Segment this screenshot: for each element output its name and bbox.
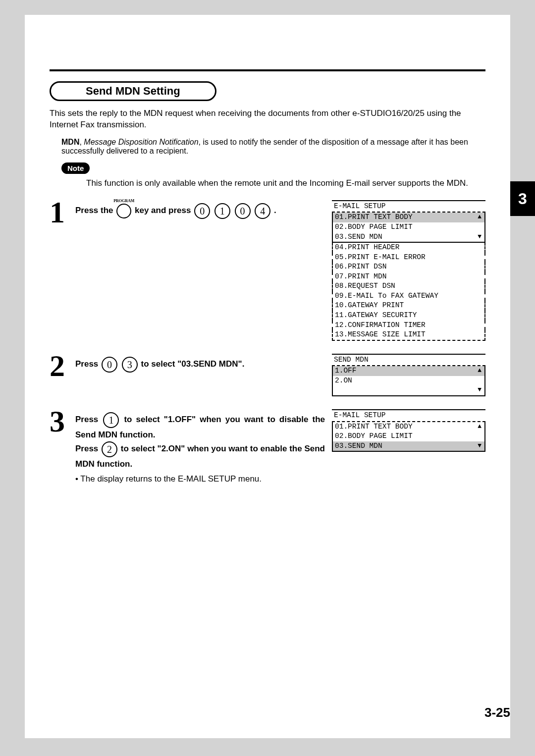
text-fragment: Press the (75, 206, 115, 215)
up-arrow-icon: ▲ (478, 213, 482, 221)
page-number: 3-25 (484, 705, 510, 720)
step-note: • The display returns to the E-MAIL SETU… (75, 474, 325, 485)
lcd-row: ▼ (332, 385, 485, 396)
step-2: 2 Press 0 3 to select "03.SEND MDN". SEN… (50, 354, 485, 396)
lcd-row: 11.GATEWAY SECURITY (332, 311, 485, 321)
lcd-row: 03.SEND MDN▼ (332, 232, 485, 243)
step-number: 1 (50, 200, 75, 225)
lcd-row: 03.SEND MDN▼ (332, 441, 485, 452)
lcd-row: 07.PRINT MDN (332, 272, 485, 282)
digit-key-icon: 0 (235, 203, 251, 219)
digit-key-icon: 1 (103, 412, 119, 428)
text-fragment: to select "03.SEND MDN". (141, 359, 245, 369)
step-body: Press 0 3 to select "03.SEND MDN". (75, 354, 325, 373)
step-1: 1 Press the PROGRAM key and press 0 1 0 … (50, 200, 485, 341)
digit-key-icon: 3 (122, 357, 138, 373)
digit-key-icon: 4 (255, 203, 270, 219)
lcd-screen: E-MAIL SETUP 01.PRINT TEXT BODY▲ 02.BODY… (332, 200, 485, 341)
text-fragment: Press (75, 415, 102, 424)
mdn-term: MDN (61, 138, 79, 146)
lcd-display: E-MAIL SETUP 01.PRINT TEXT BODY▲ 02.BODY… (332, 409, 485, 452)
step-instruction: Press the PROGRAM key and press 0 1 0 4 … (75, 203, 325, 219)
lcd-title: E-MAIL SETUP (332, 201, 485, 213)
up-arrow-icon: ▲ (478, 366, 482, 375)
step-3: 3 Press 1 to select "1.OFF" when you wan… (50, 409, 485, 485)
step-number: 2 (50, 354, 75, 378)
program-key-icon: PROGRAM (116, 204, 131, 218)
lcd-row: 01.PRINT TEXT BODY▲ (332, 422, 485, 432)
lcd-screen: E-MAIL SETUP 01.PRINT TEXT BODY▲ 02.BODY… (332, 409, 485, 452)
lcd-title: E-MAIL SETUP (332, 410, 485, 422)
manual-page: 3 Send MDN Setting This sets the reply t… (25, 15, 510, 738)
text-fragment: . (274, 206, 276, 215)
program-key-label: PROGRAM (113, 198, 134, 205)
lcd-row: 05.PRINT E-MAIL ERROR (332, 253, 485, 263)
digit-key-icon: 0 (194, 203, 210, 219)
note-badge: Note (61, 162, 90, 174)
lcd-title: SEND MDN (332, 355, 485, 367)
lcd-row: 09.E-MAIL To FAX GATEWAY (332, 291, 485, 301)
lcd-row: 04.PRINT HEADER (332, 243, 485, 253)
down-arrow-icon: ▼ (478, 385, 482, 394)
lcd-screen: SEND MDN 1.OFF▲ 2.ON ▼ (332, 354, 485, 396)
down-arrow-icon: ▼ (478, 441, 482, 450)
digit-key-icon: 2 (102, 441, 117, 457)
step-body: Press 1 to select "1.OFF" when you want … (75, 409, 325, 485)
step-instruction: Press 2 to select "2.ON" when you want t… (75, 441, 325, 471)
down-arrow-icon: ▼ (478, 232, 482, 241)
chapter-tab: 3 (510, 181, 535, 216)
note-block: Note This function is only available whe… (61, 162, 485, 189)
text-fragment: Press (75, 444, 101, 454)
lcd-row: 12.CONFIRMATION TIMER (332, 321, 485, 330)
steps-list: 1 Press the PROGRAM key and press 0 1 0 … (50, 200, 485, 485)
section-title: Send MDN Setting (50, 81, 216, 101)
lcd-row: 02.BODY PAGE LIMIT (332, 222, 485, 232)
note-text: This function is only available when the… (86, 178, 485, 189)
step-instruction: Press 1 to select "1.OFF" when you want … (75, 412, 325, 441)
text-fragment: Press (75, 359, 101, 369)
lcd-row: 08.REQUEST DSN (332, 281, 485, 291)
text-fragment: key and press (135, 206, 193, 215)
digit-key-icon: 0 (102, 357, 117, 373)
up-arrow-icon: ▲ (478, 422, 482, 431)
mdn-expansion: Message Disposition Notification (84, 138, 198, 146)
lcd-display: SEND MDN 1.OFF▲ 2.ON ▼ (332, 354, 485, 396)
top-rule (50, 69, 485, 71)
intro-text: This sets the reply to the MDN request w… (50, 108, 485, 131)
step-body: Press the PROGRAM key and press 0 1 0 4 … (75, 200, 325, 219)
lcd-display: E-MAIL SETUP 01.PRINT TEXT BODY▲ 02.BODY… (332, 200, 485, 341)
step-number: 3 (50, 409, 75, 434)
lcd-row: 2.ON (332, 376, 485, 386)
lcd-row: 06.PRINT DSN (332, 262, 485, 272)
digit-key-icon: 1 (214, 203, 230, 219)
definition-box: MDN, Message Disposition Notification, i… (61, 138, 485, 156)
step-instruction: Press 0 3 to select "03.SEND MDN". (75, 357, 325, 373)
lcd-row: 13.MESSAGE SIZE LIMIT (332, 330, 485, 341)
lcd-row: 02.BODY PAGE LIMIT (332, 432, 485, 441)
lcd-row: 01.PRINT TEXT BODY▲ (332, 213, 485, 222)
lcd-row: 1.OFF▲ (332, 366, 485, 376)
lcd-row: 10.GATEWAY PRINT (332, 301, 485, 311)
